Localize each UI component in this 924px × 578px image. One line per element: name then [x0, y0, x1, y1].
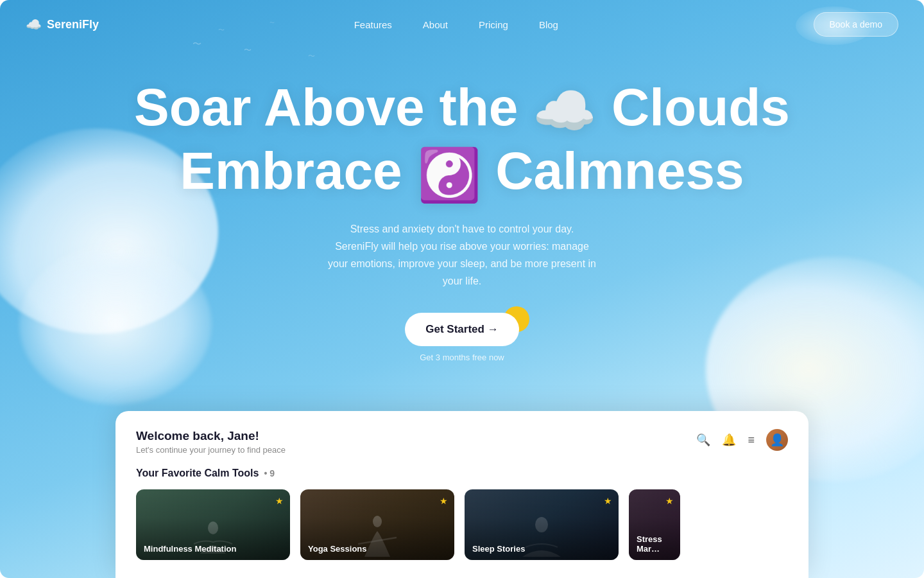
nav-about[interactable]: About	[423, 19, 448, 30]
hero-subtitle: Stress and anxiety don't have to control…	[327, 220, 597, 290]
yellow-dot-decoration	[504, 306, 529, 332]
yin-yang-emoji: ☯️	[417, 146, 481, 205]
section-title-text: Your Favorite Calm Tools	[136, 468, 259, 479]
menu-icon[interactable]: ≡	[748, 434, 755, 447]
hero-line2: Embrace ☯️ Calmness	[180, 141, 744, 200]
brand-name: SereniFly	[47, 18, 99, 31]
welcome-block: Welcome back, Jane! Let's continue your …	[136, 429, 286, 455]
cta-wrapper: Get Started → Get 3 months free now	[0, 313, 924, 362]
get-started-label: Get Started →	[425, 323, 498, 336]
tool-card-star-yoga[interactable]: ★	[440, 496, 448, 506]
cta-subtext: Get 3 months free now	[420, 353, 504, 362]
cloud-emoji: ☁️	[533, 82, 597, 141]
tools-row: Mindfulness Meditation ★ Yoga Sessions ★	[136, 489, 788, 560]
logo[interactable]: ☁️ SereniFly	[26, 17, 99, 32]
tool-card-star-stress[interactable]: ★	[665, 496, 674, 506]
tool-card-label-yoga: Yoga Sessions	[308, 544, 367, 554]
navbar: ☁️ SereniFly Features About Pricing Blog…	[0, 0, 924, 49]
tool-card-label-stress: Stress Mar…	[637, 534, 680, 554]
logo-icon: ☁️	[26, 17, 42, 32]
nav-features[interactable]: Features	[354, 19, 392, 30]
hero-section: Soar Above the ☁️ Clouds Embrace ☯️ Calm…	[0, 77, 924, 362]
welcome-subtitle: Let's continue your journey to find peac…	[136, 445, 286, 455]
get-started-button[interactable]: Get Started →	[405, 313, 518, 346]
tool-card-label-sleep: Sleep Stories	[472, 544, 525, 554]
tool-card-meditation[interactable]: Mindfulness Meditation ★	[136, 489, 290, 560]
nav-links: Features About Pricing Blog	[354, 19, 558, 30]
search-icon[interactable]: 🔍	[696, 433, 710, 447]
section-title: Your Favorite Calm Tools • 9	[136, 468, 788, 479]
dashboard-card: Welcome back, Jane! Let's continue your …	[116, 411, 809, 578]
book-demo-button[interactable]: Book a demo	[814, 12, 899, 37]
tool-card-sleep[interactable]: Sleep Stories ★	[465, 489, 619, 560]
hero-title: Soar Above the ☁️ Clouds Embrace ☯️ Calm…	[0, 77, 924, 205]
bell-icon[interactable]: 🔔	[722, 433, 736, 447]
hero-line1: Soar Above the ☁️ Clouds	[134, 78, 790, 136]
count-badge: • 9	[264, 468, 275, 478]
dashboard-header: Welcome back, Jane! Let's continue your …	[136, 429, 788, 455]
tool-card-star-meditation[interactable]: ★	[275, 496, 284, 506]
avatar[interactable]: 👤	[766, 429, 788, 451]
nav-pricing[interactable]: Pricing	[479, 19, 508, 30]
tool-card-star-sleep[interactable]: ★	[604, 496, 612, 506]
tool-card-yoga[interactable]: Yoga Sessions ★	[300, 489, 454, 560]
nav-blog[interactable]: Blog	[539, 19, 558, 30]
tool-card-stress[interactable]: Stress Mar… ★	[629, 489, 680, 560]
dashboard-icons: 🔍 🔔 ≡ 👤	[696, 429, 788, 451]
welcome-text: Welcome back, Jane!	[136, 429, 286, 443]
tool-card-label-meditation: Mindfulness Meditation	[144, 544, 236, 554]
